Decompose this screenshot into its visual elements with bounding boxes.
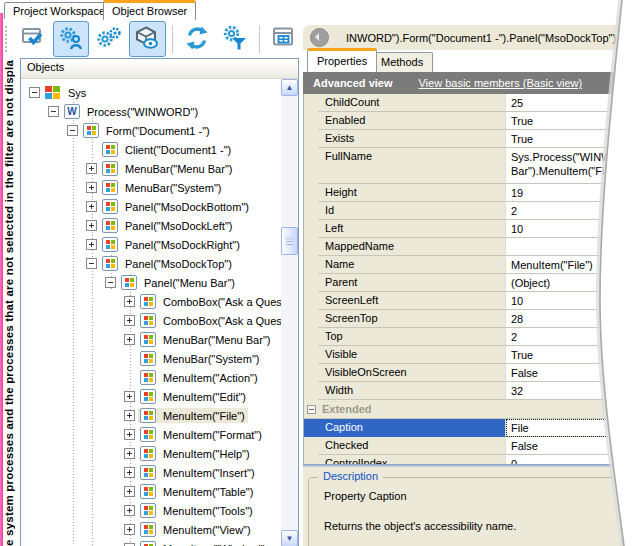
property-value[interactable]: False [506, 437, 636, 455]
expander-icon[interactable] [67, 125, 78, 136]
property-value[interactable]: False [506, 364, 636, 382]
tree-scrollbar[interactable]: ▲ ▼ [281, 79, 298, 546]
property-value[interactable]: MenuItem("File") [506, 256, 636, 274]
property-row[interactable]: Height 19 [304, 184, 636, 202]
refresh-button[interactable] [179, 21, 215, 57]
expander-icon[interactable] [86, 163, 97, 174]
tab-project-workspace[interactable]: Project Workspace [4, 2, 114, 19]
property-group-row[interactable]: Extended [304, 400, 636, 419]
tree-item[interactable]: Panel("MsoDockRight") [21, 235, 281, 254]
expander-icon[interactable] [86, 201, 97, 212]
expander-icon[interactable] [29, 87, 40, 98]
tree-item[interactable]: Sys [21, 83, 281, 102]
tab-methods[interactable]: Methods [371, 52, 433, 72]
show-services-button[interactable] [91, 21, 127, 57]
filter-settings-button[interactable] [217, 21, 253, 57]
tree-item[interactable]: MenuBar("Menu Bar") [21, 330, 281, 349]
property-value[interactable]: True [506, 346, 636, 364]
expander-icon[interactable] [124, 524, 135, 535]
property-value[interactable]: 19 [506, 184, 636, 202]
tree-item[interactable]: Panel("MsoDockTop") [21, 254, 281, 273]
expander-icon[interactable] [124, 429, 135, 440]
tree-item[interactable]: Client("Document1 -") [21, 140, 281, 159]
property-value[interactable]: 32 [506, 382, 636, 400]
tree-item[interactable]: MenuItem("Table") [21, 482, 281, 501]
back-arrow-icon[interactable] [310, 28, 329, 47]
expander-icon[interactable] [86, 258, 97, 269]
expander-icon[interactable] [124, 486, 135, 497]
property-value[interactable]: 2 [506, 328, 636, 346]
property-row[interactable]: Left 10 [304, 220, 636, 238]
property-row[interactable]: Id 2 [304, 202, 636, 220]
property-value[interactable]: 25 [506, 94, 636, 112]
property-row[interactable]: VisibleOnScreen False [304, 364, 636, 382]
tree-item[interactable]: MenuItem("Insert") [21, 463, 281, 482]
show-user-processes-button[interactable] [53, 21, 89, 57]
property-row[interactable]: Top 2 [304, 328, 636, 346]
tree-item[interactable]: Panel("MsoDockBottom") [21, 197, 281, 216]
expander-icon[interactable] [124, 334, 135, 345]
tree-item[interactable]: MenuItem("Tools") [21, 501, 281, 520]
tree-item[interactable]: Panel("Menu Bar") [21, 273, 281, 292]
view-object-button[interactable] [129, 21, 165, 57]
tree-item[interactable]: Panel("MsoDockLeft") [21, 216, 281, 235]
tab-properties[interactable]: Properties [307, 48, 377, 72]
property-row[interactable]: Caption File [304, 419, 636, 437]
expander-icon[interactable] [124, 315, 135, 326]
property-value[interactable]: 2 [506, 202, 636, 220]
property-value[interactable]: 0 [506, 455, 636, 464]
property-row[interactable]: ScreenLeft 10 [304, 292, 636, 310]
show-tested-apps-button[interactable] [15, 21, 51, 57]
tree-item[interactable]: ComboBox("Ask a Questio [21, 292, 281, 311]
expander-icon[interactable] [124, 391, 135, 402]
toolbar-grip[interactable] [5, 26, 9, 52]
expander-icon[interactable] [48, 106, 59, 117]
tree-item[interactable]: MenuItem("Action") [21, 368, 281, 387]
property-row[interactable]: Exists True [304, 130, 636, 148]
scroll-up-icon[interactable]: ▲ [281, 79, 298, 96]
property-value[interactable]: True [506, 130, 636, 148]
tree-item[interactable]: Form("Document1 -") [21, 121, 281, 140]
expander-icon[interactable] [105, 277, 116, 288]
property-row[interactable]: Width 32 [304, 382, 636, 400]
scroll-down-icon[interactable]: ▼ [281, 530, 298, 546]
tree-item[interactable]: MenuBar("System") [21, 178, 281, 197]
property-row[interactable]: Enabled True [304, 112, 636, 130]
panel-layout-button[interactable] [266, 21, 302, 57]
expander-icon[interactable] [86, 182, 97, 193]
tree-item[interactable]: MenuItem("Window") [21, 539, 281, 546]
tree-item[interactable]: MenuItem("Format") [21, 425, 281, 444]
property-value[interactable]: 10 [506, 220, 636, 238]
property-value[interactable]: 28 [506, 310, 636, 328]
scrollbar-thumb[interactable] [281, 227, 298, 255]
property-value[interactable] [506, 238, 636, 256]
tree-item[interactable]: MenuBar("System") [21, 349, 281, 368]
tree-item[interactable]: MenuItem("File") [21, 406, 281, 425]
tree-item[interactable]: MenuBar("Menu Bar") [21, 159, 281, 178]
expander-icon[interactable] [86, 220, 97, 231]
property-row[interactable]: ChildCount 25 [304, 94, 636, 112]
property-value[interactable]: (Object) [506, 274, 636, 292]
property-row[interactable]: Visible True [304, 346, 636, 364]
collapse-group-icon[interactable] [307, 405, 316, 414]
property-row[interactable]: Parent (Object) [304, 274, 636, 292]
expander-icon[interactable] [124, 505, 135, 516]
property-row[interactable]: Name MenuItem("File") [304, 256, 636, 274]
property-value[interactable]: True [506, 112, 636, 130]
property-row[interactable]: Checked False [304, 437, 636, 455]
property-value[interactable]: 10 [506, 292, 636, 310]
tree-item[interactable]: MenuItem("Help") [21, 444, 281, 463]
expander-icon[interactable] [124, 448, 135, 459]
tab-object-browser[interactable]: Object Browser [103, 0, 196, 20]
tree-item[interactable]: ComboBox("Ask a Questio [21, 311, 281, 330]
basic-view-link[interactable]: View basic members (Basic view) [418, 77, 582, 89]
tree-item[interactable]: W Process("WINWORD") [21, 102, 281, 121]
expander-icon[interactable] [124, 467, 135, 478]
expander-icon[interactable] [124, 296, 135, 307]
tree-item[interactable]: MenuItem("Edit") [21, 387, 281, 406]
property-row[interactable]: FullName Sys.Process("WINWO Bar").MenuIt… [304, 148, 636, 184]
property-value[interactable]: Sys.Process("WINWO Bar").MenuItem("File" [506, 148, 636, 184]
property-row[interactable]: ControlIndex 0 [304, 455, 636, 464]
expander-icon[interactable] [86, 239, 97, 250]
property-row[interactable]: MappedName [304, 238, 636, 256]
